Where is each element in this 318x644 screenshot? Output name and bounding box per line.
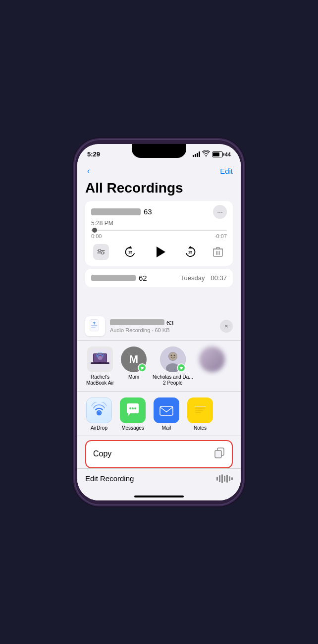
app-name-messages: Messages (121, 425, 144, 431)
time-start: 0:00 (91, 233, 102, 239)
recording-title-blur (91, 208, 141, 215)
svg-point-3 (102, 251, 104, 254)
person-name-nicholas: Nicholas and Da...2 People (153, 374, 193, 386)
app-name-mail: Mail (162, 425, 171, 431)
airdrop-icon (86, 397, 112, 423)
recording-item-inactive[interactable]: 62 Tuesday 00:37 (85, 269, 233, 287)
skip-forward-button[interactable]: 15 (182, 244, 198, 260)
share-close-button[interactable]: × (220, 320, 233, 333)
recordings-list: 63 ··· 5:28 PM 0:00 -0:07 (77, 201, 241, 290)
notch (132, 144, 186, 158)
svg-point-33 (173, 354, 175, 356)
svg-rect-47 (195, 406, 206, 407)
recording-timestamp-1: 5:28 PM (91, 220, 227, 227)
skip-back-button[interactable]: 15 (122, 244, 138, 260)
svg-rect-18 (91, 325, 97, 326)
phone-frame: 5:29 (74, 139, 244, 505)
page-title: All Recordings (85, 180, 233, 196)
messages-badge-nicholas (177, 363, 186, 372)
person-name-mom: Mom (128, 374, 139, 380)
svg-rect-44 (195, 408, 205, 409)
svg-rect-46 (195, 412, 201, 413)
svg-rect-19 (91, 327, 96, 328)
recording-number-1: 63 (144, 207, 152, 216)
signal-bars-icon (193, 151, 200, 157)
more-options-button[interactable]: ··· (213, 205, 227, 219)
recording-number-2: 62 (139, 274, 147, 282)
time-labels: 0:00 -0:07 (91, 233, 227, 239)
play-button[interactable] (151, 243, 169, 261)
mail-icon (154, 397, 179, 423)
svg-point-36 (98, 411, 101, 414)
svg-rect-49 (215, 450, 221, 458)
app-name-airdrop: AirDrop (91, 425, 107, 431)
share-person-nicholas[interactable]: Nicholas and Da...2 People (153, 347, 193, 386)
share-file-info: 63 Audio Recording · 60 KB (110, 319, 215, 333)
playback-controls: 15 15 (91, 243, 227, 261)
copy-label: Copy (93, 449, 111, 458)
recording-title-blur-2 (91, 275, 136, 281)
battery-label: 44 (225, 151, 231, 157)
svg-point-2 (99, 249, 101, 251)
battery-icon (212, 151, 223, 157)
delete-button[interactable] (211, 245, 225, 259)
recording-item-active[interactable]: 63 ··· 5:28 PM 0:00 -0:07 (85, 201, 233, 266)
edit-recording-row[interactable]: Edit Recording (77, 468, 241, 487)
svg-point-31 (169, 352, 177, 360)
recording-duration-2: 00:37 (211, 274, 227, 282)
recording-day-2: Tuesday (180, 274, 205, 282)
share-apps-row: AirDrop Messages (77, 392, 241, 436)
messages-badge-mom (138, 363, 147, 372)
page-title-container: All Recordings (77, 179, 241, 201)
share-file-icon (85, 316, 105, 336)
share-person-mom[interactable]: M Mom (119, 347, 149, 386)
share-filename-blur (110, 319, 164, 325)
svg-point-37 (129, 407, 131, 409)
back-button[interactable]: ‹ (85, 165, 92, 177)
share-person-macbook[interactable]: Rachel'sMacBook Air (85, 347, 115, 386)
svg-point-26 (99, 362, 102, 363)
waveform-bar (91, 230, 227, 231)
avatar-macbook (87, 347, 113, 372)
nav-bar: ‹ Edit (77, 162, 241, 179)
svg-rect-45 (195, 410, 203, 411)
edit-recording-label: Edit Recording (85, 474, 134, 483)
home-bar (134, 495, 184, 497)
copy-icon (214, 447, 225, 461)
share-header: 63 Audio Recording · 60 KB × (77, 309, 241, 341)
wifi-icon (202, 150, 210, 158)
share-app-notes[interactable]: Notes (186, 397, 214, 431)
avatar-blurred (199, 347, 225, 372)
share-filename-number: 63 (166, 319, 173, 327)
share-actions: Copy (77, 440, 241, 468)
svg-text:15: 15 (188, 250, 192, 254)
waveform-icon (216, 474, 233, 484)
notes-icon (187, 397, 213, 423)
share-app-airdrop[interactable]: AirDrop (85, 397, 113, 431)
svg-point-24 (98, 356, 103, 360)
share-sheet: 63 Audio Recording · 60 KB × (77, 309, 241, 500)
svg-point-39 (134, 407, 136, 409)
share-app-messages[interactable]: Messages (119, 397, 147, 431)
eq-button[interactable] (93, 244, 109, 260)
svg-point-38 (132, 407, 134, 409)
svg-point-32 (170, 354, 172, 356)
copy-button[interactable]: Copy (85, 440, 233, 468)
share-person-blurred[interactable] (197, 347, 227, 386)
home-indicator (77, 487, 241, 500)
main-content: ‹ Edit All Recordings 63 ··· (77, 162, 241, 500)
svg-rect-41 (160, 407, 172, 415)
app-name-notes: Notes (194, 425, 207, 431)
share-app-mail[interactable]: Mail (153, 397, 180, 431)
phone-screen: 5:29 (77, 144, 241, 500)
edit-button[interactable]: Edit (220, 167, 233, 175)
status-time: 5:29 (87, 150, 100, 158)
messages-icon (120, 397, 146, 423)
status-icons: 44 (193, 150, 231, 158)
share-file-meta: Audio Recording · 60 KB (110, 327, 215, 333)
svg-text:15: 15 (128, 250, 132, 254)
share-people-row: Rachel'sMacBook Air M (77, 341, 241, 392)
time-end: -0:07 (214, 233, 227, 239)
person-name-macbook: Rachel'sMacBook Air (86, 374, 114, 386)
